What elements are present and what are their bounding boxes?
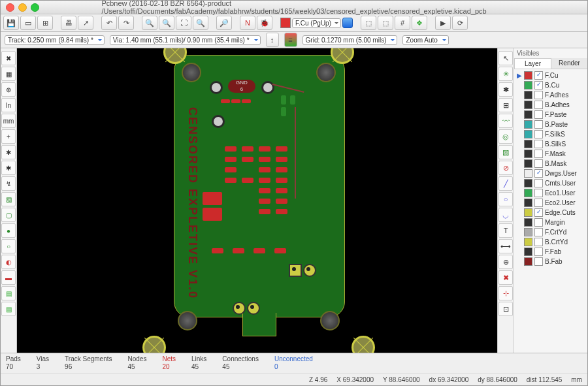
tab-render[interactable]: Render [551,58,587,69]
grid-toggle-button[interactable]: ▦ [1,67,16,81]
layer-row[interactable]: ▶Eco2.User [515,198,586,208]
cursor-shape-button[interactable]: + [1,129,16,144]
layer-checkbox[interactable] [534,159,543,168]
units-mm-button[interactable]: mm [1,114,16,128]
pcb-canvas[interactable]: GND6 CENSORED EXPLETIVE V1.0 [17,48,497,353]
microwave-button[interactable]: ▤ [1,302,16,316]
zone-outline-button[interactable]: ▢ [1,208,16,222]
layer-row[interactable]: ▶F.Mask [515,149,586,159]
ratsnest-module-button[interactable]: ✱ [1,161,16,175]
autoroute-button[interactable]: ❖ [412,16,427,30]
zone-fill-button[interactable]: ▨ [1,192,16,206]
layer-checkbox[interactable]: ✓ [534,208,543,217]
add-keepout-button[interactable]: ⊘ [498,161,513,175]
drc-toggle-button[interactable]: ✖ [1,51,16,65]
zoom-in-button[interactable]: 🔍 [142,16,157,30]
layer-checkbox[interactable] [534,101,543,109]
add-dimension-button[interactable]: ⟷ [498,239,513,253]
layer-checkbox[interactable] [534,228,543,236]
layer-checkbox[interactable] [534,130,543,138]
add-via-button[interactable]: ◎ [498,129,513,144]
layer-row[interactable]: ▶✓Edge.Cuts [515,208,586,217]
ratsnest-button[interactable]: ✱ [1,145,16,159]
add-circle-button[interactable]: ○ [498,192,513,206]
layer-row[interactable]: ▶B.Fab [515,257,586,266]
delete-button[interactable]: ✖ [498,270,513,285]
print-button[interactable]: 🖶 [61,16,76,30]
mode-footprint-button[interactable]: ⬚ [361,16,376,30]
layer-checkbox[interactable] [534,150,543,158]
auto-track-width-button[interactable]: ↕ [266,33,279,47]
grid-origin-button[interactable]: ⊡ [498,302,513,316]
layer-checkbox[interactable] [534,110,543,119]
layer-checkbox[interactable] [534,120,543,129]
tab-layer[interactable]: Layer [514,58,551,69]
layer-checkbox[interactable] [534,189,543,197]
layer-row[interactable]: ▶✓F.Cu [515,71,586,80]
auto-delete-button[interactable]: ↯ [1,176,16,191]
layer-next-button[interactable] [342,18,353,28]
layer-checkbox[interactable] [534,91,543,99]
add-footprint-button[interactable]: ⊞ [498,98,513,112]
layer-row[interactable]: ▶B.Mask [515,159,586,169]
layer-checkbox[interactable] [534,179,543,187]
layer-checkbox[interactable]: ✓ [534,81,543,89]
add-line-button[interactable]: ╱ [498,176,513,191]
layer-checkbox[interactable]: ✓ [534,169,543,178]
route-track-button[interactable]: 〰 [498,114,513,128]
layer-row[interactable]: ▶F.CrtYd [515,227,586,237]
modules-button[interactable]: ⊞ [37,16,53,30]
layer-row[interactable]: ▶Eco1.User [515,188,586,198]
layer-checkbox[interactable]: ✓ [534,71,543,80]
layer-row[interactable]: ▶B.Adhes [515,100,586,110]
redo-button[interactable]: ↷ [118,16,134,30]
grid-combo[interactable]: Grid: 0.1270 mm (5.00 mils) [302,35,398,45]
contrast-mode-button[interactable]: ▬ [1,270,16,285]
maximize-icon[interactable] [31,3,39,12]
plot-button[interactable]: ↗ [78,16,93,30]
zoom-fit-button[interactable]: ⛶ [176,16,191,30]
drc-button[interactable]: 🐞 [257,16,272,30]
page-settings-button[interactable]: ▭ [20,16,36,30]
layer-checkbox[interactable] [534,248,543,256]
layer-row[interactable]: ▶B.SilkS [515,139,586,149]
via-fill-button[interactable]: ○ [1,239,16,253]
pad-fill-button[interactable]: ● [1,223,16,238]
minimize-icon[interactable] [18,3,27,12]
layer-row[interactable]: ▶✓B.Cu [515,80,586,90]
close-icon[interactable] [6,3,14,12]
layer-row[interactable]: ▶F.SilkS [515,129,586,139]
layer-dropdown[interactable]: F.Cu (PgUp) [292,18,341,28]
add-arc-button[interactable]: ◡ [498,208,513,222]
netlist-button[interactable]: N [240,16,255,30]
track-fill-button[interactable]: ◐ [1,255,16,269]
local-ratsnest-button[interactable]: ✱ [498,82,513,97]
add-text-button[interactable]: T [498,223,513,238]
zoom-combo[interactable]: Zoom Auto [402,35,448,45]
layer-row[interactable]: ▶F.Fab [515,247,586,257]
layer-checkbox[interactable] [534,199,543,207]
track-width-combo[interactable]: Track: 0.250 mm (9.84 mils) * [5,35,105,45]
grid-button[interactable]: # [395,16,410,30]
zoom-region-button[interactable]: 🔍 [193,16,208,30]
undo-button[interactable]: ↶ [101,16,117,30]
layer-row[interactable]: ▶B.CrtYd [515,237,586,247]
layer-row[interactable]: ▶B.Paste [515,120,586,129]
contrast-button[interactable]: ≡ [284,33,297,47]
units-inch-button[interactable]: In [1,98,16,112]
via-size-combo[interactable]: Via: 1.40 mm (55.1 mils)/ 0.90 mm (35.4 … [110,35,261,45]
layer-checkbox[interactable] [534,257,543,266]
layer-checkbox[interactable] [534,238,543,246]
layer-row[interactable]: ▶Cmts.User [515,178,586,188]
layer-row[interactable]: ▶F.Adhes [515,90,586,100]
mode-track-button[interactable]: ⬚ [378,16,393,30]
set-origin-button[interactable]: ⊹ [498,286,513,300]
scripting-button[interactable]: ⟳ [452,16,468,30]
highlight-net-button[interactable]: ✳ [498,67,513,81]
cursor-button[interactable]: ↖ [498,51,513,65]
add-zone-button[interactable]: ▨ [498,145,513,159]
run-script-button[interactable]: ▶ [435,16,451,30]
layer-row[interactable]: ▶F.Paste [515,110,586,120]
layer-row[interactable]: ▶Margin [515,217,586,227]
layer-row[interactable]: ▶✓Dwgs.User [515,169,586,178]
